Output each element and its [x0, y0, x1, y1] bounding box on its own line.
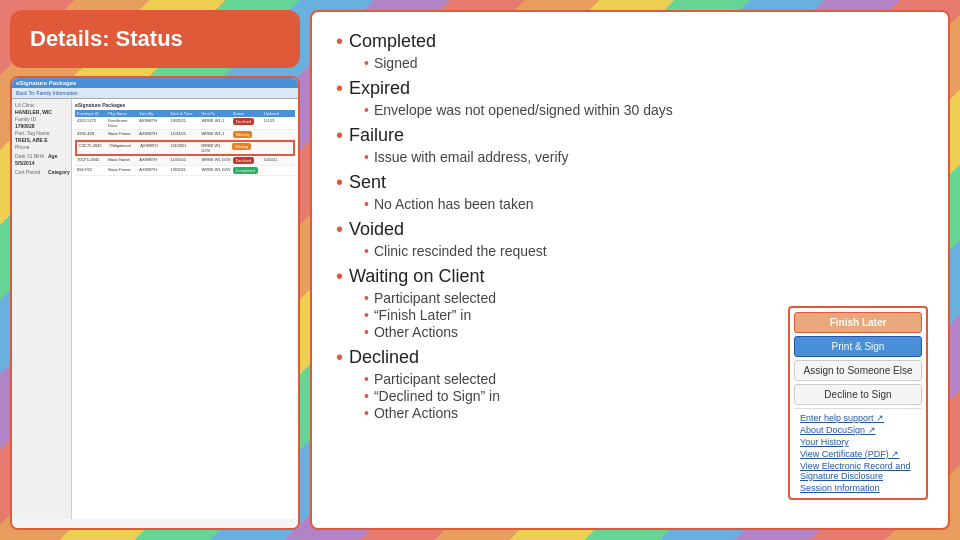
ss-body: LA Clinic HANDLER, WIC Family ID 1790928: [12, 99, 298, 519]
ss-col-updated: Updated: [263, 111, 294, 116]
bullet-failure: •: [336, 124, 343, 147]
ss-value-handler: HANDLER, WIC: [15, 109, 52, 115]
status-sub-completed: • Signed: [364, 55, 924, 71]
bullet-expired: •: [336, 77, 343, 100]
bullet-sub-signed: •: [364, 55, 369, 71]
status-label-declined: Declined: [349, 347, 419, 368]
link-electronic-record[interactable]: View Electronic Record and Signature Dis…: [794, 460, 922, 482]
status-sub-text-declined-2: “Declined to Sign” in: [374, 388, 500, 404]
status-main-completed: • Completed: [336, 30, 924, 53]
ss-label-la-clinic: LA Clinic: [15, 102, 45, 108]
title-box: Details: Status: [10, 10, 300, 68]
ss-value-dob-val: 5/5/2014: [15, 160, 34, 166]
status-sub-text-rescinded: Clinic rescinded the request: [374, 243, 547, 259]
status-sub-failure: • Issue with email address, verify: [364, 149, 924, 165]
status-label-expired: Expired: [349, 78, 410, 99]
ss-cell-date-2: 11/34/21: [169, 131, 200, 138]
ss-label-phone: Phone: [15, 144, 45, 150]
status-item-completed: • Completed • Signed: [336, 30, 924, 71]
bullet-sub-waiting-3: •: [364, 324, 369, 340]
status-sub-text-noaction: No Action has been taken: [374, 196, 534, 212]
ss-cell-id-3: C3C75-2845: [78, 143, 109, 153]
ss-field-phone: Phone: [15, 144, 68, 150]
bullet-voided: •: [336, 218, 343, 241]
link-docusign[interactable]: About DocuSign ↗: [794, 424, 922, 436]
action-divider: [794, 408, 922, 409]
bullet-sub-envelope: •: [364, 102, 369, 118]
ss-cell-sentto-1: WRBE W1-1: [201, 118, 232, 128]
ss-nav: Back To: Family Information: [12, 88, 298, 99]
status-sub-text-declined-3: Other Actions: [374, 405, 458, 421]
ss-header: eSignature Packages: [12, 78, 298, 88]
ss-cell-sentby-5: AXSMITH: [138, 167, 169, 174]
bullet-sub-declined-1: •: [364, 371, 369, 387]
ss-cell-status-5: Completed: [232, 167, 263, 174]
bullet-waiting: •: [336, 265, 343, 288]
ss-sidebar: LA Clinic HANDLER, WIC Family ID 1790928: [12, 99, 72, 519]
status-item-expired: • Expired • Envelope was not opened/sign…: [336, 77, 924, 118]
ss-cell-updated-4: 1/30/21: [263, 157, 294, 164]
ss-cell-id-2: 4335-428: [76, 131, 107, 138]
ss-field-tag-name: Part. Tag Name: [15, 130, 68, 136]
ss-col-date: Date & Time: [169, 111, 200, 116]
ss-cell-pkg-5: Basic Farma: [107, 167, 138, 174]
action-box: Finish Later Print & Sign Assign to Some…: [788, 306, 928, 500]
status-sub-sent: • No Action has been taken: [364, 196, 924, 212]
decline-sign-button[interactable]: Decline to Sign: [794, 384, 922, 405]
status-sub-text-envelope: Envelope was not opened/signed within 30…: [374, 102, 673, 118]
ss-cell-date-3: 1/4/2021: [170, 143, 201, 153]
ss-cell-updated-1: 1/1/21: [263, 118, 294, 128]
ss-field-la-clinic: LA Clinic: [15, 102, 68, 108]
bullet-sub-waiting-1: •: [364, 290, 369, 306]
bullet-sub-waiting-2: •: [364, 307, 369, 323]
print-sign-button[interactable]: Print & Sign: [794, 336, 922, 357]
status-main-sent: • Sent: [336, 171, 924, 194]
ss-cell-date-5: 1/9/2021: [169, 167, 200, 174]
bullet-declined: •: [336, 346, 343, 369]
status-label-completed: Completed: [349, 31, 436, 52]
ss-badge-declined-4: Declined: [233, 157, 255, 164]
status-label-failure: Failure: [349, 125, 404, 146]
link-help[interactable]: Enter help support ↗: [794, 412, 922, 424]
ss-col-sentto: Sent To: [201, 111, 232, 116]
status-main-voided: • Voided: [336, 218, 924, 241]
ss-label-family-id: Family ID: [15, 116, 45, 122]
ss-cell-pkg-2: Basic Farma: [107, 131, 138, 138]
status-sub-text-email: Issue with email address, verify: [374, 149, 569, 165]
status-item-failure: • Failure • Issue with email address, ve…: [336, 124, 924, 165]
ss-row-1: 4322-5270 Enrollment Docs AXSMITH 1/6/20…: [75, 117, 295, 130]
ss-header-tab: eSignature Packages: [16, 80, 76, 86]
bullet-sub-rescinded: •: [364, 243, 369, 259]
ss-nav-text: Back To: Family Information: [16, 90, 78, 96]
ss-label-tag-name: Part. Tag Name: [15, 130, 50, 136]
ss-cell-id-5: 894-F65: [76, 167, 107, 174]
ss-cell-sentby-3: AXSMITH: [139, 143, 170, 153]
ss-col-pkg: Pkg Name: [107, 111, 138, 116]
status-sub-item-noaction: • No Action has been taken: [364, 196, 924, 212]
left-panel: Details: Status eSignature Packages Back…: [10, 10, 300, 530]
ss-value-family-id: 1790928: [15, 123, 34, 129]
status-sub-text-waiting-3: Other Actions: [374, 324, 458, 340]
ss-field-cert: Cert Period Category: [15, 169, 68, 175]
link-history[interactable]: Your History: [794, 436, 922, 448]
link-session[interactable]: Session Information: [794, 482, 922, 494]
ss-cell-date-1: 1/6/2021: [169, 118, 200, 128]
ss-cell-updated-3: [261, 143, 292, 153]
ss-field-dob-val: 5/5/2014: [15, 160, 68, 166]
ss-label-dob: Date 31 Birth: [15, 153, 45, 159]
ss-cell-pkg-3: Obligational: [109, 143, 140, 153]
ss-cell-status-4: Declined: [232, 157, 263, 164]
status-sub-text-waiting-2: “Finish Later” in: [374, 307, 471, 323]
screenshot-box: eSignature Packages Back To: Family Info…: [10, 76, 300, 530]
ss-cell-date-4: 11/56/21: [169, 157, 200, 164]
title-text: Details: Status: [30, 26, 183, 51]
finish-later-button[interactable]: Finish Later: [794, 312, 922, 333]
ss-field-family-id: Family ID: [15, 116, 68, 122]
link-certificate[interactable]: View Certificate (PDF) ↗: [794, 448, 922, 460]
status-label-waiting: Waiting on Client: [349, 266, 484, 287]
assign-else-button[interactable]: Assign to Someone Else: [794, 360, 922, 381]
bullet-completed: •: [336, 30, 343, 53]
ss-cell-sentto-5: WRBE W1 GOV: [201, 167, 232, 174]
ss-field-tag-name-val: TREIS, ABE E: [15, 137, 68, 143]
ss-content: eSignature Packages Envelope ID Pkg Name…: [72, 99, 298, 519]
